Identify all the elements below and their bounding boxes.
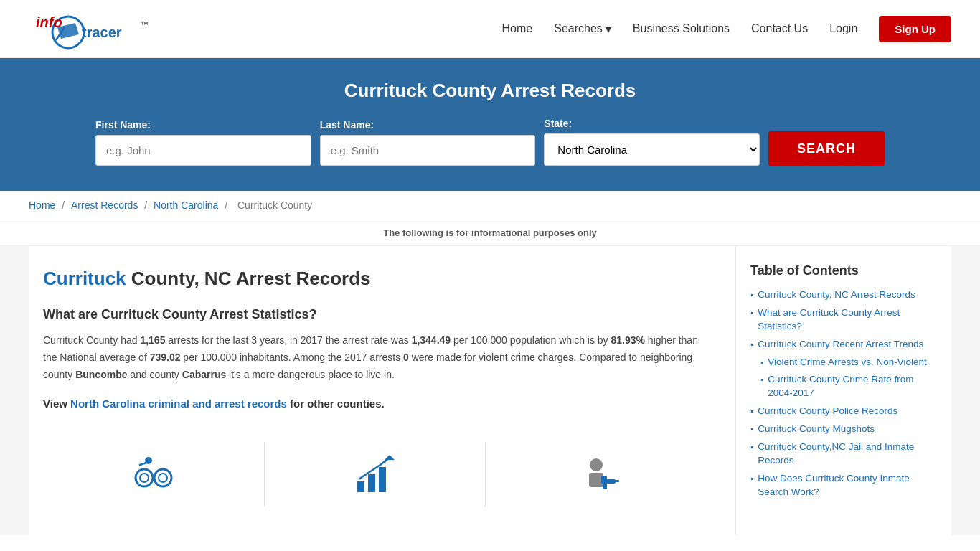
last-name-group: Last Name: <box>320 119 536 166</box>
chevron-down-icon: ▾ <box>606 22 611 36</box>
breadcrumb-arrest-records[interactable]: Arrest Records <box>71 199 138 211</box>
icon-arrest <box>43 442 265 507</box>
svg-rect-15 <box>379 467 386 492</box>
nav-login[interactable]: Login <box>829 22 857 35</box>
article-title: Currituck County, NC Arrest Records <box>43 268 707 290</box>
toc-link[interactable]: Currituck County, NC Arrest Records <box>758 288 915 302</box>
breadcrumb: Home / Arrest Records / North Carolina /… <box>0 191 980 220</box>
nav-business-solutions[interactable]: Business Solutions <box>633 22 730 35</box>
svg-point-9 <box>140 474 149 482</box>
svg-point-10 <box>159 474 167 482</box>
stats-paragraph: Currituck County had 1,165 arrests for t… <box>43 332 707 383</box>
main-content: Currituck County, NC Arrest Records What… <box>0 246 980 535</box>
nav-searches[interactable]: Searches ▾ <box>554 22 611 36</box>
svg-rect-21 <box>616 480 619 482</box>
state-label: State: <box>544 118 760 129</box>
toc-link[interactable]: Currituck County Mugshots <box>758 423 875 436</box>
hero-section: Currituck County Arrest Records First Na… <box>0 58 980 191</box>
toc-item: Currituck County Mugshots <box>750 423 937 436</box>
signup-button[interactable]: Sign Up <box>879 16 951 42</box>
toc-title: Table of Contents <box>750 263 937 278</box>
gun-icon <box>571 449 621 499</box>
first-name-group: First Name: <box>95 119 311 166</box>
hero-title: Currituck County Arrest Records <box>29 80 951 102</box>
toc-link[interactable]: Currituck County Crime Rate from 2004-20… <box>768 373 937 400</box>
svg-point-12 <box>145 457 152 464</box>
toc-item: What are Currituck County Arrest Statist… <box>750 306 937 334</box>
breadcrumb-currituck-county: Currituck County <box>237 199 312 211</box>
svg-rect-20 <box>601 476 607 480</box>
first-name-input[interactable] <box>95 135 311 166</box>
toc-link[interactable]: Currituck County Recent Arrest Trends <box>758 338 923 352</box>
breadcrumb-sep1: / <box>62 199 67 211</box>
breadcrumb-sep2: / <box>144 199 150 211</box>
toc-item: Currituck County Recent Arrest Trends <box>750 338 937 352</box>
toc-link[interactable]: Currituck County,NC Jail and Inmate Reco… <box>758 441 937 468</box>
toc-item: Currituck County,NC Jail and Inmate Reco… <box>750 441 937 468</box>
toc-item: Violent Crime Arrests vs. Non-Violent <box>750 356 937 369</box>
toc-link[interactable]: Currituck County Police Records <box>758 405 897 418</box>
icon-stats <box>265 442 486 507</box>
svg-marker-16 <box>385 455 395 460</box>
icon-gun <box>486 442 707 507</box>
svg-text:™: ™ <box>141 20 149 29</box>
svg-rect-14 <box>368 474 375 492</box>
search-button[interactable]: SEARCH <box>768 131 885 166</box>
toc-item: Currituck County Police Records <box>750 405 937 418</box>
state-group: State: North Carolina <box>544 118 760 166</box>
nav-contact-us[interactable]: Contact Us <box>751 22 808 35</box>
svg-point-6 <box>136 469 153 486</box>
header: info tracer ™ Home Searches ▾ Business S… <box>0 0 980 58</box>
toc-list: Currituck County, NC Arrest RecordsWhat … <box>750 288 937 499</box>
toc-link[interactable]: Violent Crime Arrests vs. Non-Violent <box>768 356 927 369</box>
svg-rect-13 <box>357 481 364 492</box>
first-name-label: First Name: <box>95 119 311 131</box>
handcuffs-icon <box>128 449 179 499</box>
search-form: First Name: Last Name: State: North Caro… <box>95 118 885 166</box>
toc-item: Currituck County Crime Rate from 2004-20… <box>750 373 937 400</box>
svg-rect-22 <box>603 484 607 489</box>
toc-link[interactable]: What are Currituck County Arrest Statist… <box>758 306 937 334</box>
breadcrumb-home[interactable]: Home <box>29 199 55 211</box>
view-link-paragraph: View North Carolina criminal and arrest … <box>43 395 707 413</box>
nc-records-link[interactable]: North Carolina criminal and arrest recor… <box>70 397 287 410</box>
stats-heading: What are Currituck County Arrest Statist… <box>43 307 707 322</box>
nav-home[interactable]: Home <box>502 22 533 35</box>
state-select[interactable]: North Carolina <box>544 133 760 166</box>
last-name-label: Last Name: <box>320 119 536 131</box>
breadcrumb-north-carolina[interactable]: North Carolina <box>154 199 218 211</box>
svg-text:info: info <box>36 14 62 30</box>
svg-point-7 <box>154 469 171 486</box>
main-nav: Home Searches ▾ Business Solutions Conta… <box>502 16 951 42</box>
logo-image: info tracer ™ <box>29 7 158 50</box>
article: Currituck County, NC Arrest Records What… <box>29 246 736 535</box>
icons-row <box>43 428 707 514</box>
svg-text:tracer: tracer <box>82 24 122 40</box>
svg-point-17 <box>590 458 603 471</box>
logo-area: info tracer ™ <box>29 7 158 50</box>
last-name-input[interactable] <box>320 135 536 166</box>
svg-rect-18 <box>589 473 603 487</box>
breadcrumb-sep3: / <box>225 199 230 211</box>
toc-item: How Does Currituck County Inmate Search … <box>750 472 937 499</box>
toc-link[interactable]: How Does Currituck County Inmate Search … <box>758 472 937 499</box>
chart-icon <box>350 449 400 499</box>
toc-item: Currituck County, NC Arrest Records <box>750 288 937 302</box>
info-notice: The following is for informational purpo… <box>0 220 980 246</box>
table-of-contents-sidebar: Table of Contents Currituck County, NC A… <box>736 246 951 535</box>
